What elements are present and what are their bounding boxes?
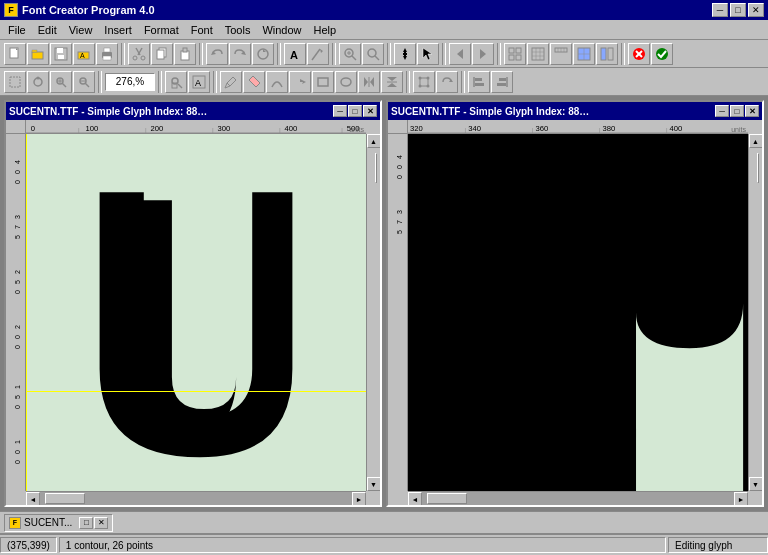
menu-edit[interactable]: Edit — [32, 22, 63, 38]
cut-button[interactable] — [128, 43, 150, 65]
font-open-button[interactable]: A — [73, 43, 95, 65]
zoom-in-button[interactable] — [339, 43, 361, 65]
taskbar-item-label: SUCENT... — [24, 517, 72, 528]
move-node-tool[interactable] — [289, 71, 311, 93]
svg-text:0: 0 — [14, 335, 21, 339]
taskbar-close[interactable]: ✕ — [94, 517, 108, 529]
align-right-tool[interactable] — [491, 71, 513, 93]
minimize-button[interactable]: ─ — [712, 3, 728, 17]
menu-window[interactable]: Window — [256, 22, 307, 38]
grid-button[interactable] — [504, 43, 526, 65]
stop-button[interactable] — [628, 43, 650, 65]
save-button[interactable] — [50, 43, 72, 65]
rect-tool[interactable] — [312, 71, 334, 93]
select-tool[interactable] — [4, 71, 26, 93]
close-button[interactable]: ✕ — [748, 3, 764, 17]
right-hscroll-track[interactable] — [422, 492, 734, 505]
refresh-button[interactable] — [252, 43, 274, 65]
draw-tool[interactable] — [220, 71, 242, 93]
menu-insert[interactable]: Insert — [98, 22, 138, 38]
flip-h-tool[interactable] — [358, 71, 380, 93]
svg-line-75 — [227, 83, 230, 86]
move-tool[interactable] — [394, 43, 416, 65]
align-left-tool[interactable] — [468, 71, 490, 93]
zoom-fit-button[interactable] — [165, 71, 187, 93]
left-hscroll-left[interactable]: ◄ — [26, 492, 40, 505]
rotate-tool[interactable] — [436, 71, 458, 93]
paste-button[interactable] — [174, 43, 196, 65]
zoom-input[interactable] — [105, 73, 155, 91]
rulers-button[interactable] — [550, 43, 572, 65]
left-hscroll[interactable]: ◄ ► — [26, 491, 366, 505]
curve-tool[interactable] — [266, 71, 288, 93]
right-glyph-window: SUCENTN.TTF - Simple Glyph Index: 88 - C… — [386, 100, 764, 507]
mdi-workspace: SUCENTN.TTF - Simple Glyph Index: 88 - .… — [0, 96, 768, 511]
node-tool[interactable] — [27, 71, 49, 93]
taskbar-restore[interactable]: □ — [79, 517, 93, 529]
text-tool-button[interactable]: A — [284, 43, 306, 65]
left-canvas[interactable] — [26, 134, 366, 491]
open-button[interactable] — [27, 43, 49, 65]
prev-button[interactable] — [449, 43, 471, 65]
toolbar-2: A — [0, 68, 768, 96]
left-window-minimize[interactable]: ─ — [333, 105, 347, 117]
transform-tool[interactable] — [413, 71, 435, 93]
left-window-title-bar[interactable]: SUCENTN.TTF - Simple Glyph Index: 88 - .… — [6, 102, 380, 120]
maximize-button[interactable]: □ — [730, 3, 746, 17]
svg-line-67 — [85, 83, 89, 87]
svg-line-28 — [352, 56, 356, 60]
right-hscroll-right[interactable]: ► — [734, 492, 748, 505]
right-canvas[interactable] — [408, 134, 748, 491]
new-button[interactable] — [4, 43, 26, 65]
ellipse-tool[interactable] — [335, 71, 357, 93]
left-window-maximize[interactable]: □ — [348, 105, 362, 117]
copy-button[interactable] — [151, 43, 173, 65]
left-vscroll-up[interactable]: ▲ — [367, 134, 381, 148]
ok-button[interactable] — [651, 43, 673, 65]
svg-rect-59 — [10, 77, 20, 87]
right-window-close[interactable]: ✕ — [745, 105, 759, 117]
next-button[interactable] — [472, 43, 494, 65]
menu-format[interactable]: Format — [138, 22, 185, 38]
menu-help[interactable]: Help — [308, 22, 343, 38]
pointer-tool[interactable] — [417, 43, 439, 65]
flip-v-tool[interactable] — [381, 71, 403, 93]
menu-file[interactable]: File — [2, 22, 32, 38]
taskbar-item-1[interactable]: F SUCENT... □ ✕ — [4, 514, 113, 532]
svg-text:320: 320 — [410, 124, 423, 133]
menu-view[interactable]: View — [63, 22, 99, 38]
svg-text:4: 4 — [14, 160, 21, 164]
zoom-out-tool[interactable] — [73, 71, 95, 93]
redo-button[interactable] — [229, 43, 251, 65]
right-hscroll-left[interactable]: ◄ — [408, 492, 422, 505]
svg-point-87 — [419, 76, 422, 79]
char-map-button[interactable]: A — [188, 71, 210, 93]
menu-font[interactable]: Font — [185, 22, 219, 38]
svg-text:3: 3 — [14, 215, 21, 219]
svg-marker-81 — [370, 77, 374, 87]
right-vscroll-up[interactable]: ▲ — [749, 134, 763, 148]
left-vscroll[interactable]: ▲ ▼ — [366, 134, 380, 491]
zoom-tool[interactable] — [50, 71, 72, 93]
left-hscroll-right[interactable]: ► — [352, 492, 366, 505]
zoom-percent-button[interactable] — [362, 43, 384, 65]
grid2-button[interactable] — [527, 43, 549, 65]
left-hscroll-track[interactable] — [40, 492, 352, 505]
right-vscroll[interactable]: ▲ ▼ — [748, 134, 762, 491]
left-window-controls: ─ □ ✕ — [333, 105, 377, 117]
right-window-title-bar[interactable]: SUCENTN.TTF - Simple Glyph Index: 88 - C… — [388, 102, 762, 120]
undo-button[interactable] — [206, 43, 228, 65]
right-hscroll[interactable]: ◄ ► — [408, 491, 748, 505]
edit-tool-button[interactable] — [307, 43, 329, 65]
left-vscroll-down[interactable]: ▼ — [367, 477, 381, 491]
svg-text:0: 0 — [14, 345, 21, 349]
left-window-close[interactable]: ✕ — [363, 105, 377, 117]
view-button[interactable] — [573, 43, 595, 65]
print-button[interactable] — [96, 43, 118, 65]
right-window-minimize[interactable]: ─ — [715, 105, 729, 117]
right-vscroll-down[interactable]: ▼ — [749, 477, 763, 491]
menu-tools[interactable]: Tools — [219, 22, 257, 38]
view2-button[interactable] — [596, 43, 618, 65]
right-window-maximize[interactable]: □ — [730, 105, 744, 117]
erase-tool[interactable] — [243, 71, 265, 93]
